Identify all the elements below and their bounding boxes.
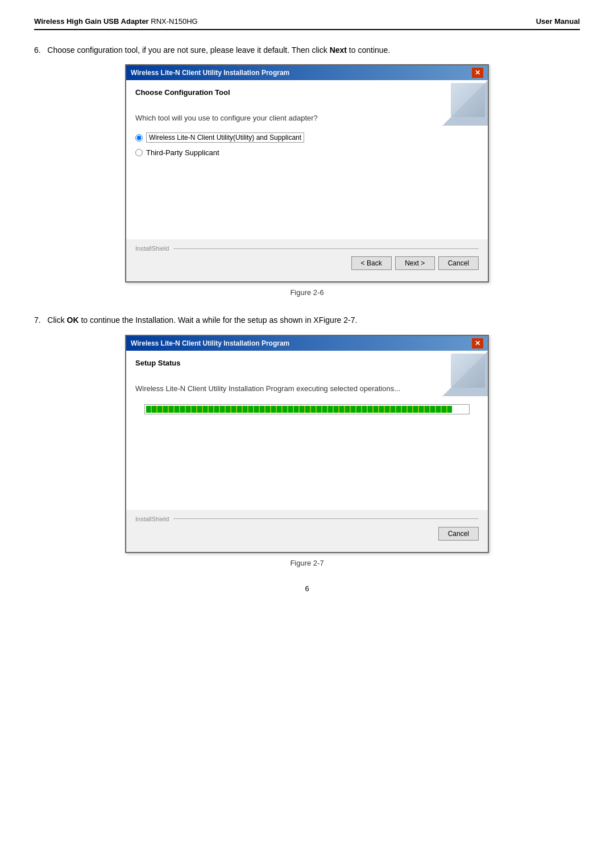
dialog1-radio1[interactable] (135, 134, 143, 142)
step6-next-bold: Next (330, 45, 347, 55)
dialog1-option2-label: Third-Party Supplicant (146, 148, 219, 157)
dialog1-option1-label: Wireless Lite-N Client Utility(Utility) … (146, 132, 304, 143)
dialog2-close-button[interactable]: ✕ (472, 338, 483, 348)
step6-text-pre: Choose configuration tool, if you are no… (47, 45, 329, 55)
dialog2-footer: InstallShield Cancel (126, 510, 488, 552)
dialog1: Wireless Lite-N Client Utility Installat… (125, 64, 489, 283)
dialog2-installshield: InstallShield (135, 516, 479, 522)
dialog2-status-text: Wireless Lite-N Client Utility Installat… (135, 384, 479, 393)
figure6-label: Figure 2-6 (34, 288, 580, 297)
header-model: RNX-N150HG (149, 17, 198, 26)
step7-number: 7. (34, 315, 41, 325)
dialog2-ribbon (442, 351, 488, 396)
dialog1-footer: InstallShield < Back Next > Cancel (126, 239, 488, 281)
step7-text-post: to continue the Installation. Wait a whi… (79, 315, 358, 325)
dialog1-titlebar: Wireless Lite-N Client Utility Installat… (126, 65, 488, 80)
dialog1-next-button[interactable]: Next > (395, 256, 435, 270)
step6-text: 6. Choose configuration tool, if you are… (34, 44, 580, 56)
page-header: Wireless High Gain USB Adapter RNX-N150H… (34, 17, 580, 30)
step7-block: 7. Click OK to continue the Installation… (34, 314, 580, 567)
dialog1-body: Choose Configuration Tool Which tool wil… (126, 80, 488, 239)
dialog2: Wireless Lite-N Client Utility Installat… (125, 335, 489, 553)
dialog2-body: Setup Status Wireless Lite-N Client Util… (126, 351, 488, 510)
dialog2-progress-container (144, 404, 470, 414)
dialog1-radio-option2: Third-Party Supplicant (135, 148, 479, 157)
dialog1-radio2[interactable] (135, 149, 143, 156)
dialog1-buttons: < Back Next > Cancel (135, 256, 479, 276)
dialog1-radio-option1: Wireless Lite-N Client Utility(Utility) … (135, 132, 479, 143)
step6-number: 6. (34, 45, 41, 55)
step6-block: 6. Choose configuration tool, if you are… (34, 44, 580, 297)
header-right: User Manual (536, 17, 580, 26)
dialog1-installshield: InstallShield (135, 245, 479, 252)
step7-ok-bold: OK (67, 315, 79, 325)
dialog1-title: Wireless Lite-N Client Utility Installat… (131, 69, 289, 77)
dialog1-question: Which tool will you use to configure you… (135, 114, 479, 122)
dialog1-back-button[interactable]: < Back (351, 256, 392, 270)
page-number: 6 (34, 584, 580, 593)
dialog2-subtitle: Setup Status (135, 359, 479, 367)
dialog2-progress-bar (146, 406, 452, 413)
dialog2-titlebar: Wireless Lite-N Client Utility Installat… (126, 336, 488, 351)
dialog1-close-button[interactable]: ✕ (472, 68, 483, 78)
header-product-bold: Wireless High Gain USB Adapter (34, 17, 149, 26)
dialog1-ribbon (442, 80, 488, 126)
step7-text-pre: Click (47, 315, 67, 325)
step7-text: 7. Click OK to continue the Installation… (34, 314, 580, 326)
header-left: Wireless High Gain USB Adapter RNX-N150H… (34, 17, 198, 26)
dialog1-cancel-button[interactable]: Cancel (438, 256, 479, 270)
dialog2-buttons: Cancel (135, 527, 479, 546)
dialog2-title: Wireless Lite-N Client Utility Installat… (131, 339, 289, 347)
step6-text-end: to continue. (347, 45, 390, 55)
dialog2-cancel-button[interactable]: Cancel (438, 527, 479, 541)
dialog1-subtitle: Choose Configuration Tool (135, 88, 479, 97)
figure7-label: Figure 2-7 (34, 559, 580, 567)
